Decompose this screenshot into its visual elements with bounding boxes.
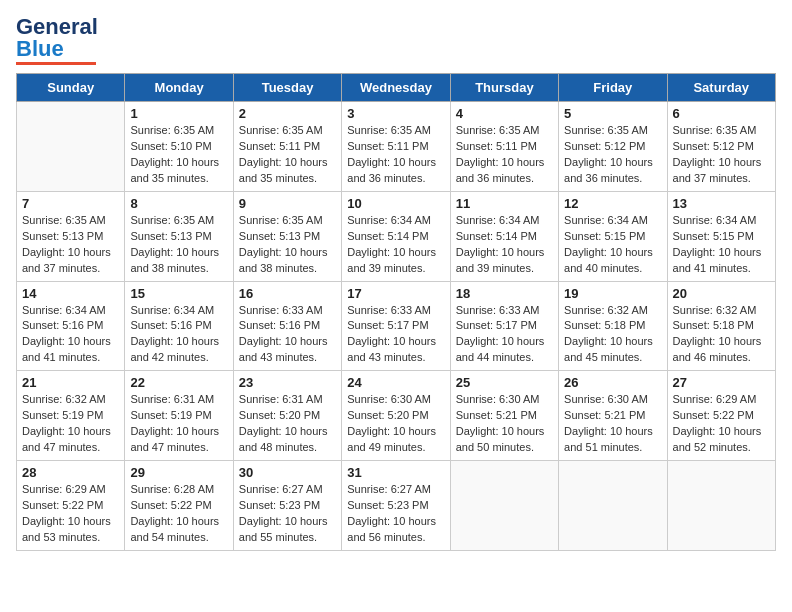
header: General Blue xyxy=(16,16,776,65)
calendar-cell xyxy=(450,461,558,551)
logo-underline xyxy=(16,62,96,65)
cell-info: Sunrise: 6:35 AMSunset: 5:11 PMDaylight:… xyxy=(239,123,336,187)
calendar-cell: 17Sunrise: 6:33 AMSunset: 5:17 PMDayligh… xyxy=(342,281,450,371)
calendar-cell: 28Sunrise: 6:29 AMSunset: 5:22 PMDayligh… xyxy=(17,461,125,551)
day-number: 19 xyxy=(564,286,661,301)
day-number: 3 xyxy=(347,106,444,121)
cell-info: Sunrise: 6:33 AMSunset: 5:16 PMDaylight:… xyxy=(239,303,336,367)
calendar-cell xyxy=(667,461,775,551)
day-number: 1 xyxy=(130,106,227,121)
day-header-tuesday: Tuesday xyxy=(233,74,341,102)
day-number: 8 xyxy=(130,196,227,211)
calendar-cell xyxy=(17,102,125,192)
week-row-5: 28Sunrise: 6:29 AMSunset: 5:22 PMDayligh… xyxy=(17,461,776,551)
day-number: 2 xyxy=(239,106,336,121)
day-number: 5 xyxy=(564,106,661,121)
calendar-cell: 22Sunrise: 6:31 AMSunset: 5:19 PMDayligh… xyxy=(125,371,233,461)
cell-info: Sunrise: 6:28 AMSunset: 5:22 PMDaylight:… xyxy=(130,482,227,546)
calendar-cell: 7Sunrise: 6:35 AMSunset: 5:13 PMDaylight… xyxy=(17,191,125,281)
calendar-cell: 29Sunrise: 6:28 AMSunset: 5:22 PMDayligh… xyxy=(125,461,233,551)
cell-info: Sunrise: 6:34 AMSunset: 5:16 PMDaylight:… xyxy=(22,303,119,367)
calendar-cell xyxy=(559,461,667,551)
day-number: 30 xyxy=(239,465,336,480)
day-header-wednesday: Wednesday xyxy=(342,74,450,102)
day-number: 6 xyxy=(673,106,770,121)
calendar-cell: 4Sunrise: 6:35 AMSunset: 5:11 PMDaylight… xyxy=(450,102,558,192)
calendar-cell: 12Sunrise: 6:34 AMSunset: 5:15 PMDayligh… xyxy=(559,191,667,281)
day-number: 25 xyxy=(456,375,553,390)
day-header-thursday: Thursday xyxy=(450,74,558,102)
day-header-sunday: Sunday xyxy=(17,74,125,102)
cell-info: Sunrise: 6:30 AMSunset: 5:21 PMDaylight:… xyxy=(456,392,553,456)
cell-info: Sunrise: 6:29 AMSunset: 5:22 PMDaylight:… xyxy=(22,482,119,546)
logo-text: General Blue xyxy=(16,16,98,60)
day-number: 15 xyxy=(130,286,227,301)
day-number: 16 xyxy=(239,286,336,301)
cell-info: Sunrise: 6:35 AMSunset: 5:12 PMDaylight:… xyxy=(564,123,661,187)
cell-info: Sunrise: 6:32 AMSunset: 5:18 PMDaylight:… xyxy=(673,303,770,367)
calendar-cell: 31Sunrise: 6:27 AMSunset: 5:23 PMDayligh… xyxy=(342,461,450,551)
calendar-cell: 19Sunrise: 6:32 AMSunset: 5:18 PMDayligh… xyxy=(559,281,667,371)
calendar-cell: 2Sunrise: 6:35 AMSunset: 5:11 PMDaylight… xyxy=(233,102,341,192)
cell-info: Sunrise: 6:32 AMSunset: 5:19 PMDaylight:… xyxy=(22,392,119,456)
cell-info: Sunrise: 6:35 AMSunset: 5:12 PMDaylight:… xyxy=(673,123,770,187)
cell-info: Sunrise: 6:34 AMSunset: 5:16 PMDaylight:… xyxy=(130,303,227,367)
cell-info: Sunrise: 6:35 AMSunset: 5:11 PMDaylight:… xyxy=(347,123,444,187)
cell-info: Sunrise: 6:35 AMSunset: 5:13 PMDaylight:… xyxy=(130,213,227,277)
day-number: 13 xyxy=(673,196,770,211)
day-number: 28 xyxy=(22,465,119,480)
cell-info: Sunrise: 6:33 AMSunset: 5:17 PMDaylight:… xyxy=(456,303,553,367)
cell-info: Sunrise: 6:35 AMSunset: 5:13 PMDaylight:… xyxy=(22,213,119,277)
day-number: 24 xyxy=(347,375,444,390)
cell-info: Sunrise: 6:30 AMSunset: 5:21 PMDaylight:… xyxy=(564,392,661,456)
cell-info: Sunrise: 6:27 AMSunset: 5:23 PMDaylight:… xyxy=(239,482,336,546)
week-row-1: 1Sunrise: 6:35 AMSunset: 5:10 PMDaylight… xyxy=(17,102,776,192)
calendar-cell: 27Sunrise: 6:29 AMSunset: 5:22 PMDayligh… xyxy=(667,371,775,461)
day-number: 21 xyxy=(22,375,119,390)
cell-info: Sunrise: 6:34 AMSunset: 5:14 PMDaylight:… xyxy=(347,213,444,277)
calendar-cell: 6Sunrise: 6:35 AMSunset: 5:12 PMDaylight… xyxy=(667,102,775,192)
day-number: 27 xyxy=(673,375,770,390)
day-number: 31 xyxy=(347,465,444,480)
day-number: 26 xyxy=(564,375,661,390)
day-number: 4 xyxy=(456,106,553,121)
header-row: SundayMondayTuesdayWednesdayThursdayFrid… xyxy=(17,74,776,102)
calendar-cell: 26Sunrise: 6:30 AMSunset: 5:21 PMDayligh… xyxy=(559,371,667,461)
calendar-cell: 1Sunrise: 6:35 AMSunset: 5:10 PMDaylight… xyxy=(125,102,233,192)
cell-info: Sunrise: 6:32 AMSunset: 5:18 PMDaylight:… xyxy=(564,303,661,367)
cell-info: Sunrise: 6:34 AMSunset: 5:14 PMDaylight:… xyxy=(456,213,553,277)
calendar-cell: 13Sunrise: 6:34 AMSunset: 5:15 PMDayligh… xyxy=(667,191,775,281)
calendar-cell: 5Sunrise: 6:35 AMSunset: 5:12 PMDaylight… xyxy=(559,102,667,192)
day-header-saturday: Saturday xyxy=(667,74,775,102)
week-row-2: 7Sunrise: 6:35 AMSunset: 5:13 PMDaylight… xyxy=(17,191,776,281)
calendar-cell: 23Sunrise: 6:31 AMSunset: 5:20 PMDayligh… xyxy=(233,371,341,461)
day-number: 7 xyxy=(22,196,119,211)
calendar-cell: 24Sunrise: 6:30 AMSunset: 5:20 PMDayligh… xyxy=(342,371,450,461)
cell-info: Sunrise: 6:33 AMSunset: 5:17 PMDaylight:… xyxy=(347,303,444,367)
logo: General Blue xyxy=(16,16,98,65)
calendar-cell: 30Sunrise: 6:27 AMSunset: 5:23 PMDayligh… xyxy=(233,461,341,551)
calendar-cell: 9Sunrise: 6:35 AMSunset: 5:13 PMDaylight… xyxy=(233,191,341,281)
calendar-cell: 10Sunrise: 6:34 AMSunset: 5:14 PMDayligh… xyxy=(342,191,450,281)
cell-info: Sunrise: 6:31 AMSunset: 5:19 PMDaylight:… xyxy=(130,392,227,456)
calendar-cell: 18Sunrise: 6:33 AMSunset: 5:17 PMDayligh… xyxy=(450,281,558,371)
cell-info: Sunrise: 6:35 AMSunset: 5:11 PMDaylight:… xyxy=(456,123,553,187)
day-number: 9 xyxy=(239,196,336,211)
calendar-cell: 20Sunrise: 6:32 AMSunset: 5:18 PMDayligh… xyxy=(667,281,775,371)
calendar-cell: 3Sunrise: 6:35 AMSunset: 5:11 PMDaylight… xyxy=(342,102,450,192)
cell-info: Sunrise: 6:27 AMSunset: 5:23 PMDaylight:… xyxy=(347,482,444,546)
day-number: 23 xyxy=(239,375,336,390)
calendar-cell: 21Sunrise: 6:32 AMSunset: 5:19 PMDayligh… xyxy=(17,371,125,461)
day-number: 29 xyxy=(130,465,227,480)
day-number: 10 xyxy=(347,196,444,211)
day-number: 14 xyxy=(22,286,119,301)
cell-info: Sunrise: 6:35 AMSunset: 5:10 PMDaylight:… xyxy=(130,123,227,187)
day-number: 17 xyxy=(347,286,444,301)
day-number: 20 xyxy=(673,286,770,301)
day-number: 11 xyxy=(456,196,553,211)
calendar-cell: 8Sunrise: 6:35 AMSunset: 5:13 PMDaylight… xyxy=(125,191,233,281)
week-row-3: 14Sunrise: 6:34 AMSunset: 5:16 PMDayligh… xyxy=(17,281,776,371)
calendar-table: SundayMondayTuesdayWednesdayThursdayFrid… xyxy=(16,73,776,551)
calendar-cell: 15Sunrise: 6:34 AMSunset: 5:16 PMDayligh… xyxy=(125,281,233,371)
day-number: 22 xyxy=(130,375,227,390)
